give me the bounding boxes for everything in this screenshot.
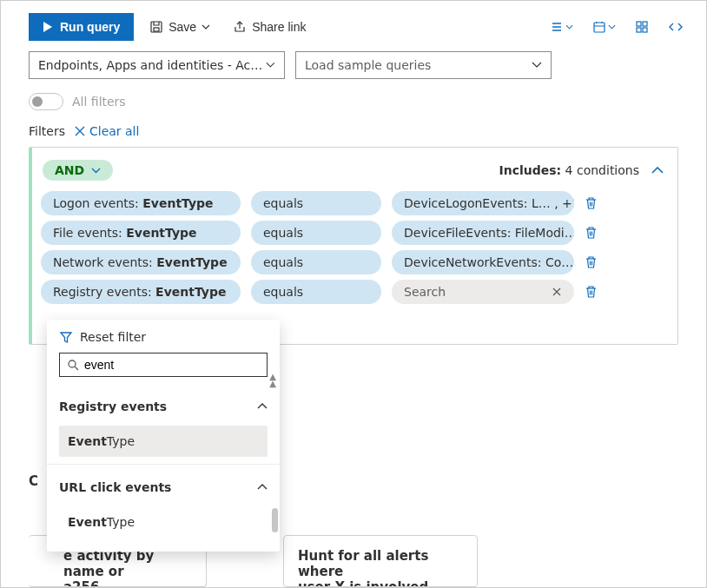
reset-filter-button[interactable]: Reset filter <box>47 320 280 353</box>
card-line2: user X is involved <box>298 579 463 587</box>
condition-row: Registry events: EventTypeequalsSearch <box>41 280 669 304</box>
run-query-label: Run query <box>60 20 120 34</box>
code-icon <box>668 20 684 34</box>
clear-value-icon[interactable] <box>573 257 574 268</box>
play-icon <box>43 21 53 33</box>
chevron-down-icon <box>565 24 573 30</box>
search-icon <box>67 359 79 371</box>
save-label: Save <box>168 20 196 34</box>
code-button[interactable] <box>663 17 689 37</box>
calendar-icon <box>592 20 606 34</box>
conditions-header: AND Includes: 4 conditions <box>41 156 669 191</box>
run-query-button[interactable]: Run query <box>29 13 134 41</box>
top-toolbar: Run query Save Share link <box>1 1 706 50</box>
grid-icon <box>635 20 649 34</box>
clear-all-label: Clear all <box>89 124 139 138</box>
svg-rect-4 <box>643 22 647 26</box>
popup-item[interactable]: EventType <box>59 426 268 457</box>
condition-value-pill[interactable]: DeviceFileEvents: FileModi… <box>392 221 574 245</box>
condition-row: Logon events: EventTypeequalsDeviceLogon… <box>41 191 669 215</box>
share-link-button[interactable]: Share link <box>226 15 313 39</box>
chevron-down-icon <box>532 62 542 69</box>
grid-button[interactable] <box>630 17 654 37</box>
collapse-button[interactable] <box>651 167 664 175</box>
condition-row: Network events: EventTypeequalsDeviceNet… <box>41 250 669 274</box>
popup-group-header[interactable]: Registry events <box>47 384 280 419</box>
trash-icon <box>585 285 598 299</box>
save-icon <box>149 20 163 34</box>
chevron-up-icon <box>651 167 664 175</box>
share-label: Share link <box>252 20 306 34</box>
includes-count: 4 conditions <box>565 163 639 177</box>
delete-condition-button[interactable] <box>585 226 598 240</box>
svg-rect-6 <box>643 28 647 32</box>
close-icon <box>74 125 86 137</box>
card-line1: Hunt for all alerts where <box>298 548 463 579</box>
condition-row: File events: EventTypeequalsDeviceFileEv… <box>41 221 669 245</box>
cutoff-text: C <box>29 473 38 489</box>
delete-condition-button[interactable] <box>585 255 598 269</box>
sample-queries-select[interactable]: Load sample queries <box>295 51 552 79</box>
includes-prefix: Includes: <box>499 163 561 177</box>
chevron-down-icon <box>608 24 616 30</box>
save-button[interactable]: Save <box>142 15 217 39</box>
condition-attribute-pill[interactable]: Logon events: EventType <box>41 191 241 215</box>
all-filters-toggle[interactable] <box>29 93 63 110</box>
all-filters-label: All filters <box>72 95 126 109</box>
calendar-dropdown[interactable] <box>587 17 621 37</box>
clear-all-button[interactable]: Clear all <box>74 124 139 138</box>
chevron-down-icon <box>202 24 210 30</box>
trash-icon <box>585 255 598 269</box>
filter-picker-popup: Reset filter ▲ ▲ Registry eventsEventTyp… <box>47 320 280 552</box>
popup-group-header[interactable]: URL click events <box>47 464 280 499</box>
condition-operator-pill[interactable]: equals <box>251 280 381 304</box>
chevron-up-icon <box>257 403 268 410</box>
popup-search-input[interactable] <box>84 358 260 372</box>
popup-item[interactable]: EventType <box>59 506 268 538</box>
condition-attribute-pill[interactable]: Registry events: EventType <box>41 280 241 304</box>
svg-rect-2 <box>594 23 605 32</box>
filters-title: Filters <box>29 124 65 138</box>
list-icon <box>550 20 564 34</box>
includes-text: Includes: 4 conditions <box>499 163 639 177</box>
list-view-dropdown[interactable] <box>545 17 578 37</box>
logic-label: AND <box>55 163 84 177</box>
clear-value-icon[interactable] <box>552 287 562 297</box>
condition-value-search[interactable]: Search <box>392 280 574 304</box>
popup-search-box[interactable] <box>59 353 268 377</box>
condition-attribute-pill[interactable]: Network events: EventType <box>41 250 241 274</box>
all-filters-row: All filters <box>1 88 706 121</box>
trash-icon <box>585 226 598 240</box>
condition-attribute-pill[interactable]: File events: EventType <box>41 221 241 245</box>
condition-operator-pill[interactable]: equals <box>251 221 381 245</box>
source-select-text: Endpoints, Apps and identities - Activit… <box>38 58 266 72</box>
conditions-panel: AND Includes: 4 conditions Logon events:… <box>29 147 678 345</box>
toggle-knob <box>32 96 43 107</box>
svg-rect-1 <box>154 28 159 31</box>
card-hunt-alerts[interactable]: Hunt for all alerts where user X is invo… <box>283 535 478 587</box>
condition-rows: Logon events: EventTypeequalsDeviceLogon… <box>41 191 669 304</box>
filters-header: Filters Clear all <box>1 121 706 145</box>
logic-chip[interactable]: AND <box>43 160 113 181</box>
scrollbar-thumb[interactable] <box>272 508 278 532</box>
chevron-up-icon <box>257 484 268 491</box>
svg-rect-5 <box>637 28 641 32</box>
source-select[interactable]: Endpoints, Apps and identities - Activit… <box>29 51 285 79</box>
svg-point-7 <box>69 360 76 367</box>
condition-value-pill[interactable]: DeviceLogonEvents: L… , +1 <box>392 191 574 215</box>
popup-scroll-area: ▲ Registry eventsEventTypeURL click even… <box>47 379 280 538</box>
share-icon <box>233 20 247 34</box>
svg-rect-0 <box>151 22 162 32</box>
card-line2: a256 <box>63 579 192 587</box>
delete-condition-button[interactable] <box>585 196 598 210</box>
selector-row: Endpoints, Apps and identities - Activit… <box>1 50 706 88</box>
condition-operator-pill[interactable]: equals <box>251 250 381 274</box>
filter-reset-icon <box>59 330 73 344</box>
svg-rect-3 <box>637 22 641 26</box>
chevron-down-icon <box>91 168 101 174</box>
delete-condition-button[interactable] <box>585 285 598 299</box>
condition-value-pill[interactable]: DeviceNetworkEvents: Co… <box>392 250 574 274</box>
scroll-up-icon[interactable]: ▲ <box>269 379 276 388</box>
condition-operator-pill[interactable]: equals <box>251 191 381 215</box>
chevron-down-icon <box>266 62 275 69</box>
